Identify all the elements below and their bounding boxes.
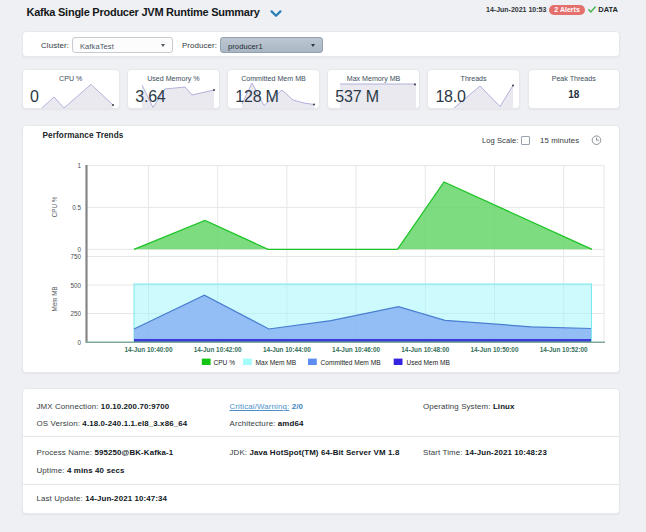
svg-text:CPU %: CPU % [51,196,58,217]
svg-text:14-Jun 10:44:00: 14-Jun 10:44:00 [263,346,311,353]
svg-text:0: 0 [77,246,81,253]
svg-text:14-Jun 10:40:00: 14-Jun 10:40:00 [125,346,173,353]
svg-text:Used Mem MB: Used Mem MB [406,359,450,366]
svg-text:14-Jun 10:46:00: 14-Jun 10:46:00 [332,346,380,353]
svg-text:0.5: 0.5 [72,204,81,211]
svg-text:750: 750 [70,253,81,260]
svg-text:0: 0 [77,339,81,346]
svg-text:14-Jun 10:50:00: 14-Jun 10:50:00 [471,346,519,353]
svg-text:Max Mem MB: Max Mem MB [256,359,297,366]
svg-text:1: 1 [77,162,81,169]
svg-text:14-Jun 10:52:00: 14-Jun 10:52:00 [540,346,588,353]
svg-text:14-Jun 10:42:00: 14-Jun 10:42:00 [194,346,242,353]
svg-text:500: 500 [70,282,81,289]
svg-text:250: 250 [70,310,81,317]
svg-text:CPU %: CPU % [213,359,235,366]
svg-text:Mem MB: Mem MB [51,286,58,311]
svg-text:Committed Mem MB: Committed Mem MB [321,359,382,366]
svg-text:14-Jun 10:48:00: 14-Jun 10:48:00 [401,346,449,353]
